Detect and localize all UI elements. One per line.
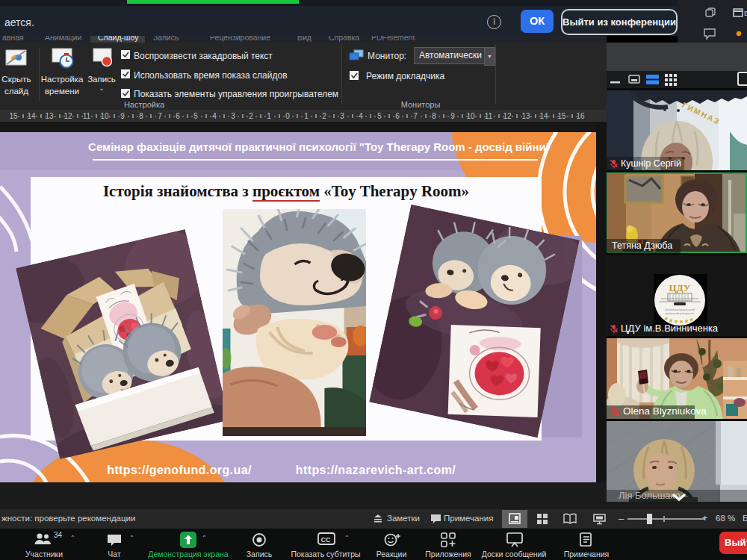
svg-text:В: В [744,10,747,17]
svg-text:CC: CC [321,536,331,544]
svg-text:державний університет: державний університет [666,312,695,315]
svg-text:Центральноукраїнський: Центральноукраїнський [665,308,695,311]
svg-text:ЦДУ: ЦДУ [669,282,691,293]
